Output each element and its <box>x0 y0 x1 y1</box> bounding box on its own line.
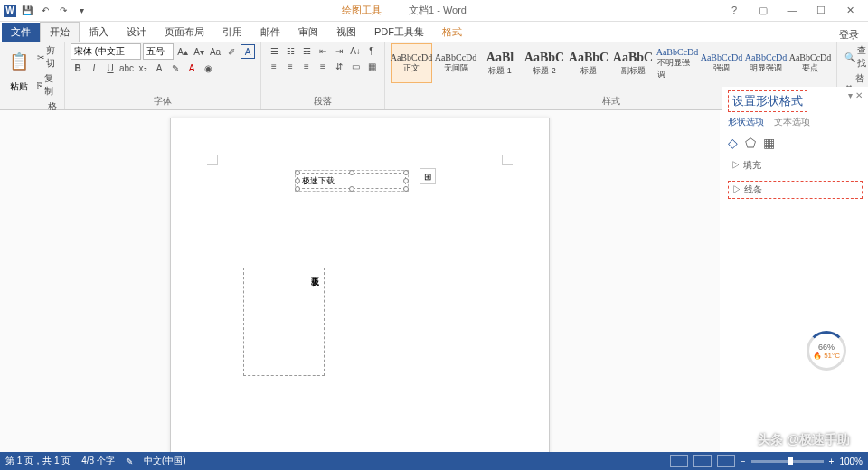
pane-tab-text[interactable]: 文本选项 <box>774 117 810 127</box>
zoom-out-icon[interactable]: − <box>741 456 746 466</box>
highlight-icon[interactable]: ✎ <box>168 61 183 75</box>
style-tile[interactable]: AaBbC标题 2 <box>524 43 565 83</box>
sort-icon[interactable]: A↓ <box>348 43 363 58</box>
italic-icon[interactable]: I <box>87 61 101 75</box>
tab-pdf[interactable]: PDF工具集 <box>365 23 433 42</box>
tab-insert[interactable]: 插入 <box>80 23 118 42</box>
minimize-icon[interactable]: — <box>781 5 803 16</box>
grow-font-icon[interactable]: A▴ <box>175 44 190 59</box>
save-icon[interactable]: 💾 <box>20 4 34 18</box>
word-app-icon[interactable]: W <box>4 5 16 17</box>
subscript-icon[interactable]: x₂ <box>136 61 150 75</box>
ribbon-tabs: 文件 开始 插入 设计 页面布局 引用 邮件 审阅 视图 PDF工具集 格式 登… <box>0 22 868 42</box>
zoom-in-icon[interactable]: + <box>829 456 835 466</box>
view-web-icon[interactable] <box>717 455 735 467</box>
ribbon-options-icon[interactable]: ▢ <box>752 5 774 16</box>
shading-icon[interactable]: ▭ <box>348 59 363 73</box>
resize-handle[interactable] <box>295 170 300 175</box>
tab-view[interactable]: 视图 <box>327 23 365 42</box>
paste-button[interactable]: 📋 <box>5 43 33 80</box>
section-line[interactable]: ▷ 线条 <box>728 181 863 199</box>
tab-layout[interactable]: 页面布局 <box>156 23 213 42</box>
style-tile[interactable]: AaBbCcDd正文 <box>391 43 432 83</box>
align-right-icon[interactable]: ≡ <box>299 59 314 73</box>
font-size-select[interactable]: 五号 <box>143 43 174 60</box>
resize-handle[interactable] <box>403 178 409 183</box>
status-words[interactable]: 4/8 个字 <box>81 455 115 467</box>
close-icon[interactable]: ✕ <box>839 5 861 16</box>
login-link[interactable]: 登录 <box>830 28 868 42</box>
style-tile[interactable]: AaBbCcDd明显强调 <box>745 43 787 83</box>
tab-review[interactable]: 审阅 <box>289 23 327 42</box>
cut-button[interactable]: ✂ 剪切 <box>35 43 59 70</box>
effects-icon[interactable]: ⬠ <box>745 136 756 150</box>
align-center-icon[interactable]: ≡ <box>283 59 297 73</box>
multilevel-icon[interactable]: ☶ <box>299 43 314 58</box>
undo-icon[interactable]: ↶ <box>38 4 52 18</box>
tab-references[interactable]: 引用 <box>213 23 251 42</box>
status-page[interactable]: 第 1 页，共 1 页 <box>5 455 71 467</box>
find-button[interactable]: 🔍 查找 <box>843 43 868 70</box>
textbox-vertical[interactable]: 天极下载 <box>243 268 325 376</box>
tab-file[interactable]: 文件 <box>2 23 40 42</box>
resize-handle[interactable] <box>295 186 300 192</box>
style-tile[interactable]: AaBbC副标题 <box>612 43 654 83</box>
resize-handle[interactable] <box>349 170 354 175</box>
borders-icon[interactable]: ▦ <box>364 59 379 73</box>
bullets-icon[interactable]: ☰ <box>267 43 281 58</box>
align-left-icon[interactable]: ≡ <box>267 59 281 73</box>
redo-icon[interactable]: ↷ <box>56 4 71 18</box>
font-color-icon[interactable]: A <box>184 61 199 75</box>
status-proofing-icon[interactable]: ✎ <box>126 456 133 466</box>
char-border-icon[interactable]: A <box>241 44 255 59</box>
qat-dropdown-icon[interactable]: ▾ <box>74 4 89 18</box>
resize-handle[interactable] <box>403 186 409 192</box>
char-shading-icon[interactable]: ◉ <box>201 61 215 75</box>
maximize-icon[interactable]: ☐ <box>810 5 832 16</box>
layout-icon[interactable]: ▦ <box>763 136 775 150</box>
section-fill[interactable]: ▷ 填充 <box>728 157 863 174</box>
style-tile[interactable]: AaBbCcDd不明显强调 <box>656 43 698 83</box>
textbox-selected[interactable]: 极速下载 <box>297 173 406 189</box>
justify-icon[interactable]: ≡ <box>316 59 330 73</box>
page[interactable]: 极速下载 ⊞ 天极下载 <box>170 118 550 452</box>
tab-format[interactable]: 格式 <box>433 23 471 42</box>
zoom-slider[interactable] <box>751 460 824 463</box>
resize-handle[interactable] <box>403 170 409 175</box>
style-tile[interactable]: AaBl标题 1 <box>479 43 521 83</box>
style-tile[interactable]: AaBbCcDd要点 <box>789 43 831 83</box>
contextual-tab-label: 绘图工具 <box>342 4 382 17</box>
pane-dropdown-icon[interactable]: ▾ ✕ <box>848 90 863 100</box>
strike-icon[interactable]: abc <box>119 61 134 75</box>
increase-indent-icon[interactable]: ⇥ <box>332 43 346 58</box>
style-tile[interactable]: AaBbCcDd无间隔 <box>435 43 476 83</box>
view-print-icon[interactable] <box>693 455 712 467</box>
zoom-level[interactable]: 100% <box>839 456 863 466</box>
fill-line-icon[interactable]: ◇ <box>728 136 738 150</box>
shrink-font-icon[interactable]: A▾ <box>192 44 206 59</box>
clear-format-icon[interactable]: ✐ <box>224 44 239 59</box>
font-name-select[interactable]: 宋体 (中文正 <box>71 43 141 60</box>
style-tile[interactable]: AaBbC标题 <box>568 43 609 83</box>
layout-options-icon[interactable]: ⊞ <box>420 168 436 184</box>
bold-icon[interactable]: B <box>71 61 85 75</box>
document-area[interactable]: 极速下载 ⊞ 天极下载 <box>0 110 720 452</box>
text-effects-icon[interactable]: A <box>152 61 166 75</box>
copy-button[interactable]: ⎘ 复制 <box>35 71 59 99</box>
show-marks-icon[interactable]: ¶ <box>364 43 379 58</box>
decrease-indent-icon[interactable]: ⇤ <box>316 43 330 58</box>
status-lang[interactable]: 中文(中国) <box>144 455 186 467</box>
numbering-icon[interactable]: ☷ <box>283 43 297 58</box>
pane-tab-shape[interactable]: 形状选项 <box>728 117 764 127</box>
tab-home[interactable]: 开始 <box>40 22 80 42</box>
help-icon[interactable]: ? <box>723 5 745 16</box>
resize-handle[interactable] <box>295 178 300 183</box>
underline-icon[interactable]: U <box>103 61 118 75</box>
view-read-icon[interactable] <box>670 455 688 467</box>
tab-design[interactable]: 设计 <box>118 23 156 42</box>
line-spacing-icon[interactable]: ⇵ <box>332 59 346 73</box>
tab-mail[interactable]: 邮件 <box>251 23 289 42</box>
resize-handle[interactable] <box>349 186 354 192</box>
style-tile[interactable]: AaBbCcDd强调 <box>701 43 742 83</box>
change-case-icon[interactable]: Aa <box>208 44 222 59</box>
